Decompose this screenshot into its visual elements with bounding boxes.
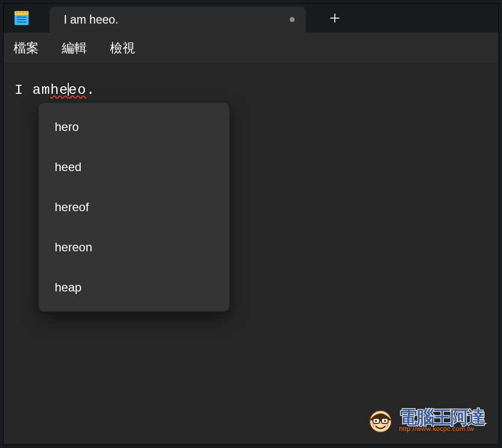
svg-point-8 [23,12,24,13]
spellcheck-error[interactable]: heeo [50,81,86,98]
svg-point-6 [17,12,18,13]
document-tab[interactable]: I am heeo. [50,7,306,33]
watermark-url: http://www.kocpc.com.tw [399,425,484,432]
tab-title: I am heeo. [64,13,290,27]
svg-point-16 [375,420,377,422]
spellcheck-popup: hero heed hereof hereon heap [39,103,229,312]
text-cursor [68,83,69,96]
plus-icon [329,13,340,24]
watermark-mascot-icon [366,405,395,434]
svg-point-18 [372,424,375,427]
menu-view[interactable]: 檢視 [110,40,135,56]
svg-point-17 [384,420,386,422]
svg-point-19 [386,424,389,427]
editor-text-line[interactable]: I am heeo . [15,81,487,98]
suggestion-item[interactable]: hereof [39,187,229,227]
svg-rect-1 [15,11,29,15]
tab-modified-indicator-icon [290,17,295,22]
editor-text-post: . [86,82,95,98]
suggestion-item[interactable]: heed [39,147,229,187]
menu-edit[interactable]: 編輯 [62,40,87,56]
editor-text-pre: I am [15,82,50,98]
suggestion-item[interactable]: hereon [39,227,229,267]
watermark: 電腦王阿達 http://www.kocpc.com.tw [366,405,484,434]
suggestion-item[interactable]: hero [39,107,229,147]
svg-point-9 [26,12,27,13]
watermark-title: 電腦王阿達 [399,408,484,426]
titlebar: I am heeo. [4,4,498,33]
suggestion-item[interactable]: heap [39,267,229,308]
svg-point-7 [20,12,21,13]
menu-file[interactable]: 檔案 [14,40,39,56]
notepad-app-icon [14,10,30,26]
editor-area[interactable]: I am heeo . hero heed hereof hereon heap [4,63,498,444]
app-window: I am heeo. 檔案 編輯 檢視 I am heeo . hero hee… [3,3,499,445]
menubar: 檔案 編輯 檢視 [4,33,498,63]
new-tab-button[interactable] [321,4,349,32]
